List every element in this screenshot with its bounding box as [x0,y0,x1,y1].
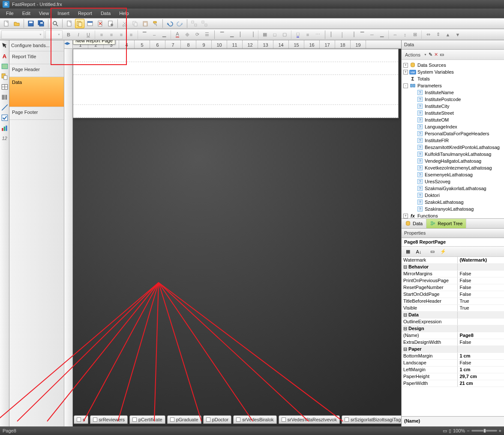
tree-node-param[interactable]: ?KovetkezoIntezmenyLathatosag [403,164,502,171]
tree-node-param[interactable]: ?InstituteName [403,89,502,96]
property-row[interactable]: (Name)Page8 [402,332,504,339]
align-centers-h-button[interactable]: │ [338,30,347,39]
align-lefts-button[interactable]: ▏ [328,30,337,39]
tree-node-param[interactable]: ?InstituteCity [403,103,502,110]
tree-node[interactable]: +varSystem Variables [403,69,502,75]
property-row[interactable]: ExtraDesignWidthFalse [402,339,504,346]
data-tree[interactable]: +Data Sources+varSystem VariablesΣTotals… [402,60,504,218]
zoom-width-icon[interactable]: ▯ [449,428,451,434]
preview-button[interactable] [51,19,60,28]
tree-node-param[interactable]: ?KulfoldiTanulmanyokLathatosag [403,151,502,158]
data-actions-button[interactable]: Actions [403,51,422,58]
tree-node-param[interactable]: ?SzakmaiGyakorlatLathatosag [403,185,502,192]
font-size-combo[interactable] [45,30,63,39]
vertical-ruler[interactable] [64,49,73,433]
text-rotate-button[interactable]: ⟳ [192,30,202,39]
menu-report[interactable]: Report [74,9,96,17]
font-combo[interactable] [1,30,44,39]
align-left-button[interactable]: ≡ [97,30,106,39]
same-size-button[interactable]: ⊞ [410,30,420,39]
format-painter-button[interactable] [151,19,160,28]
styles-button[interactable]: ☰ [202,30,212,39]
align-centers-v-button[interactable]: ─ [367,30,377,39]
border-outside-button[interactable]: ▢ [280,30,289,39]
space-h-button[interactable]: ⇔ [423,30,433,39]
zoom-slider[interactable] [471,430,497,432]
page-tab[interactable]: pGraduate [167,415,201,424]
border-bottom-button[interactable]: ▁ [227,30,237,39]
properties-object[interactable]: Page8 ReportPage [402,238,504,247]
tree-node-param[interactable]: ?InstitutePostcode [403,96,502,103]
tree-node[interactable]: +Data Sources [403,62,502,69]
tree-node-param[interactable]: ?InstituteStreet [403,110,502,116]
data-action-view-icon[interactable]: ▭ [440,52,444,57]
properties-grid[interactable]: Watermark(Watermark)BehaviorMirrorMargin… [402,257,504,416]
tab-data[interactable]: Data [402,219,426,228]
text-tool[interactable]: A [1,52,9,60]
save-all-button[interactable] [36,19,46,28]
zoom-out-button[interactable]: − [467,428,469,433]
border-width-button[interactable]: ≡ [303,30,312,39]
border-none-button[interactable]: □ [270,30,279,39]
tree-node-param[interactable]: ?Doktori [403,192,502,199]
zoom-fit-icon[interactable]: ▭ [443,428,447,434]
page-tab[interactable]: pCertificate [129,415,165,424]
border-left-button[interactable]: ▏ [237,30,246,39]
prop-categorized-button[interactable]: ▦ [403,247,413,256]
tree-node-param[interactable]: ?InstituteFIR [403,137,502,144]
new-button[interactable] [2,19,11,28]
band-page-header[interactable]: Page Header [9,64,64,77]
report-page[interactable] [73,49,399,118]
property-row[interactable]: TitleBeforeHeaderTrue [402,298,504,305]
underline-button[interactable]: U [84,30,93,39]
tree-node[interactable]: -Parameters [403,82,502,89]
band-data[interactable]: Data [9,77,64,107]
bold-button[interactable]: B [64,30,73,39]
property-row[interactable]: OutlineExpression [402,319,504,325]
page-tab[interactable]: srReviewers [90,415,128,424]
new-report-page-button[interactable] [75,19,84,28]
cut-button[interactable] [120,19,129,28]
send-back-button[interactable]: ▼ [453,30,462,39]
menu-edit[interactable]: Edit [18,9,35,17]
rich-text-tool[interactable]: 12 [1,134,9,142]
border-color-button[interactable]: □ [293,30,303,39]
page-setup-button[interactable] [106,19,115,28]
menu-view[interactable]: View [35,9,54,17]
subreport-tool[interactable] [1,73,9,80]
property-row[interactable]: PaperHeight29,7 cm [402,373,504,380]
chart-tool[interactable] [1,124,9,132]
fill-color-button[interactable] [183,30,192,39]
band-page-footer[interactable]: Page Footer [9,107,64,120]
menu-file[interactable]: File [2,9,18,17]
page-band-footer[interactable] [73,105,398,118]
property-row[interactable]: StartOnOddPageFalse [402,291,504,298]
page-band-header[interactable] [73,62,398,75]
property-row[interactable]: LandscapeFalse [402,360,504,366]
page-tab[interactable]: srVedesBiralok [233,415,276,424]
prop-alphabetical-button[interactable]: A↓ [414,247,423,256]
select-tool[interactable] [1,42,9,50]
page-band-title[interactable] [73,49,398,62]
font-color-button[interactable]: A [173,30,182,39]
data-action-delete-icon[interactable]: ✕ [434,52,438,57]
band-report-title[interactable]: Report Title [9,51,64,64]
border-top-button[interactable]: ▔ [217,30,227,39]
tab-report-tree[interactable]: Report Tree [426,219,466,228]
property-row[interactable]: BottomMargin1 cm [402,353,504,360]
zoom-in-button[interactable]: + [499,428,501,433]
delete-page-button[interactable] [96,19,105,28]
page-tab[interactable]: srVedesVitaResztvevok [279,415,340,424]
tree-node-param[interactable]: ?LanguageIndex [403,123,502,130]
table-tool[interactable] [1,83,9,91]
tree-node[interactable]: ΣTotals [403,75,502,82]
align-justify-button[interactable]: ≡ [126,30,136,39]
tree-node-param[interactable]: ?UresSzoveg [403,178,502,185]
barcode-tool[interactable] [1,93,9,101]
align-bottoms-button[interactable]: ▁ [377,30,387,39]
prop-events-button[interactable]: ⚡ [438,247,448,256]
redo-button[interactable] [175,19,185,28]
same-height-button[interactable]: ↕ [400,30,410,39]
open-button[interactable] [12,19,21,28]
tree-node-param[interactable]: ?SzakokLathatosag [403,199,502,206]
